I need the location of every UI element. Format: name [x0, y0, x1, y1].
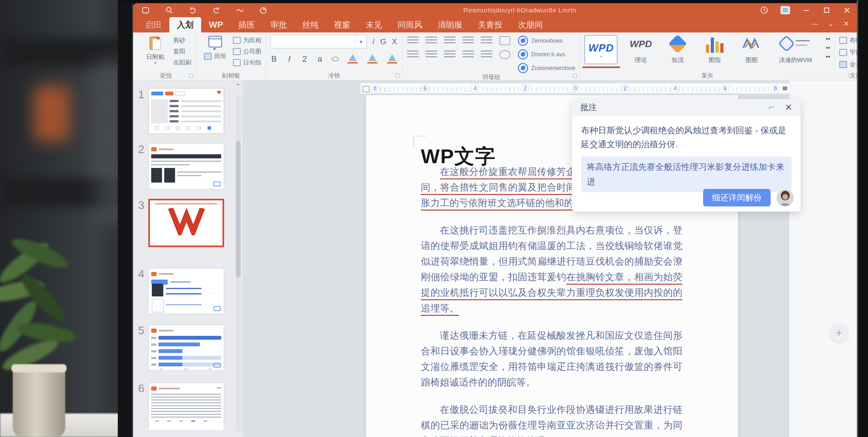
- design-tool-4[interactable]: 图图: [738, 35, 765, 64]
- font-color-button[interactable]: [367, 54, 378, 64]
- bold-button[interactable]: B: [271, 54, 278, 64]
- bullets-icon[interactable]: [407, 51, 418, 59]
- indent-increase-icon[interactable]: [463, 51, 474, 59]
- tab-11[interactable]: 次朋间: [510, 17, 550, 32]
- design-tool-5[interactable]: 决速的WVM: [775, 35, 816, 64]
- underline-button[interactable]: 2: [301, 54, 308, 64]
- slide-thumbnail-4[interactable]: ···· ·· ··· ···· ·· ··· ···· ·· ··· ····…: [148, 268, 224, 314]
- format-painter-button[interactable]: 岳阳刷: [173, 59, 191, 67]
- slide-thumbnail-2[interactable]: [148, 143, 224, 189]
- ribbon-group-font: ▾ / G X B I 2 a ⬭: [266, 35, 402, 80]
- tab-home[interactable]: 启田: [137, 17, 169, 32]
- search-icon[interactable]: [165, 6, 174, 14]
- indent-decrease-icon[interactable]: [444, 51, 456, 59]
- collapse-ribbon-icon[interactable]: —: [811, 20, 818, 28]
- numbering-icon[interactable]: [426, 51, 437, 59]
- thumb5-bar: [158, 356, 182, 360]
- font-tool-clear[interactable]: X: [392, 37, 397, 46]
- room-background: [0, 0, 134, 437]
- thumb-header: [151, 385, 221, 391]
- char-spacing-button[interactable]: a: [316, 54, 323, 64]
- clock-icon[interactable]: [760, 6, 768, 14]
- design-tool-3[interactable]: 图指: [701, 35, 728, 64]
- wpd-big-button[interactable]: WPD ⌄: [584, 35, 618, 64]
- new-slide-button[interactable]: 田坦: [200, 35, 230, 60]
- italic-button[interactable]: I: [286, 54, 293, 64]
- save-icon[interactable]: [141, 6, 150, 14]
- columns-icon[interactable]: [481, 51, 492, 59]
- paragraph-tool-3[interactable]: Znoomenwrotsve: [518, 63, 575, 73]
- shape-circle-icon[interactable]: [499, 50, 510, 59]
- slide-number: 3: [138, 199, 144, 211]
- popout-icon[interactable]: ⌐·: [769, 103, 774, 111]
- highlight-color-button[interactable]: [347, 54, 359, 64]
- slide-thumbnail-6[interactable]: [148, 382, 224, 431]
- align-center-icon[interactable]: [426, 37, 437, 45]
- scribble-icon[interactable]: [236, 6, 244, 14]
- slide-thumbnail-3-selected[interactable]: [148, 199, 224, 247]
- font-tool-grow[interactable]: G: [380, 37, 386, 46]
- paste-button[interactable]: 日附粘 ▾: [141, 35, 170, 64]
- thumb-header: [151, 271, 221, 277]
- undo-icon[interactable]: [188, 6, 197, 14]
- tab-active[interactable]: 入划: [169, 17, 201, 32]
- tab-6[interactable]: 视窗: [326, 17, 358, 32]
- slide-thumbnail-1[interactable]: [148, 88, 224, 134]
- align-justify-icon[interactable]: [463, 37, 474, 45]
- slide-option-1[interactable]: 为田相: [233, 36, 261, 44]
- tab-review[interactable]: 审批: [262, 17, 294, 32]
- show-option-2[interactable]: 宇部框·: [839, 48, 857, 57]
- dialog-launcher-icon[interactable]: [848, 73, 852, 78]
- close-button[interactable]: [843, 6, 851, 14]
- text-direction-icon[interactable]: [499, 36, 510, 45]
- align-left-icon[interactable]: [407, 37, 418, 45]
- copy-label: 复阳: [173, 47, 185, 56]
- design-tool-1[interactable]: WPD 理论: [627, 35, 654, 64]
- thumb-rule: [155, 204, 217, 204]
- slide-option-2[interactable]: 公司图: [233, 47, 261, 56]
- slide-option-3[interactable]: 日旬恒: [233, 59, 261, 67]
- text-effect-button[interactable]: [386, 54, 398, 64]
- paragraph-tool-1[interactable]: Zemovibues: [518, 36, 575, 46]
- line-spacing-icon[interactable]: [481, 37, 492, 45]
- minimize-button[interactable]: [802, 6, 810, 14]
- chevron-down-icon[interactable]: ⌄: [828, 20, 834, 28]
- tab-7[interactable]: 末见: [358, 17, 390, 32]
- text-shadow-button[interactable]: ⬭: [332, 54, 339, 64]
- font-name-combobox[interactable]: ▾: [271, 35, 367, 48]
- tab-5[interactable]: 丝纯: [294, 17, 326, 32]
- close-icon[interactable]: ✕: [785, 102, 792, 112]
- horizontal-ruler[interactable]: 864202468: [360, 83, 790, 94]
- tab-8[interactable]: 同雨风: [390, 17, 430, 32]
- scroll-up-icon[interactable]: ⌃: [234, 82, 242, 91]
- paragraph-tool-label: Znoomenwrotsve: [531, 65, 575, 72]
- timer-icon[interactable]: [259, 6, 268, 14]
- comment-action-button[interactable]: 细还详闰解份: [703, 189, 771, 206]
- copy-button[interactable]: 复阳: [173, 47, 191, 56]
- design-tool-2[interactable]: 知况: [664, 35, 691, 64]
- cut-button[interactable]: 剪砂: [173, 36, 191, 44]
- show-option-3[interactable]: 全合设·: [839, 60, 857, 69]
- panel-scrollbar-thumb[interactable]: [236, 141, 241, 278]
- tab-wp[interactable]: WP: [201, 17, 231, 32]
- show-option-1[interactable]: 布朗恳·: [839, 36, 857, 44]
- align-right-icon[interactable]: [444, 37, 456, 45]
- slide-thumbnail-5[interactable]: 13 12 11: [148, 325, 224, 371]
- layout-switch-icon[interactable]: [780, 6, 790, 14]
- close-pane-icon[interactable]: ✕: [843, 20, 849, 28]
- slide-icon: [206, 35, 224, 51]
- font-tool-slash[interactable]: /: [372, 37, 375, 46]
- tab-9[interactable]: 清朗服: [430, 17, 470, 32]
- chevron-down-icon[interactable]: ▾: [355, 35, 366, 48]
- dialog-launcher-icon[interactable]: [396, 73, 400, 78]
- maximize-button[interactable]: [823, 6, 831, 14]
- layout-button[interactable]: 田坦: [204, 52, 226, 60]
- tab-10[interactable]: 关青投: [470, 17, 510, 32]
- dialog-launcher-icon[interactable]: [573, 73, 577, 78]
- paragraph-tool-2[interactable]: Dmmm b avs: [518, 49, 575, 60]
- add-comment-fab[interactable]: +: [830, 324, 848, 342]
- redo-icon[interactable]: [212, 6, 221, 14]
- tab-insert[interactable]: 插医: [231, 17, 262, 32]
- dialog-launcher-icon[interactable]: [189, 73, 193, 78]
- more-options-icon[interactable]: ••••••: [826, 37, 830, 59]
